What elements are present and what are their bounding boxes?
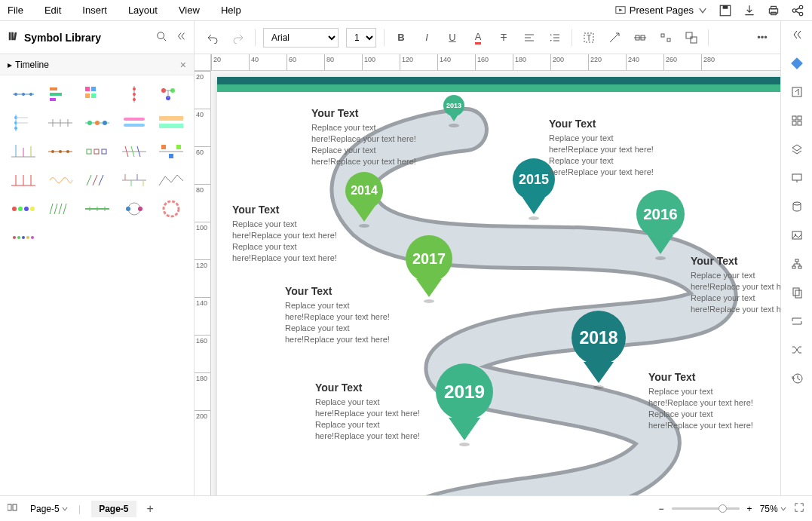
timeline-shape[interactable] [6, 110, 40, 136]
history-icon[interactable] [789, 371, 804, 386]
timeline-shape[interactable] [117, 167, 151, 193]
map-pin-2019[interactable]: 2019 [436, 363, 493, 446]
italic-icon[interactable]: I [418, 29, 436, 47]
timeline-shape[interactable] [154, 81, 188, 107]
text-block[interactable]: Your TextReplace your text here!Replace … [232, 204, 345, 263]
timeline-shape[interactable] [154, 167, 188, 193]
grid-icon[interactable] [789, 113, 804, 128]
close-section-icon[interactable]: × [180, 59, 186, 71]
svg-rect-61 [87, 149, 91, 154]
text-block[interactable]: Your TextReplace your text here!Replace … [549, 118, 662, 177]
timeline-section-header[interactable]: ▸ Timeline × [0, 54, 194, 75]
strikethrough-icon[interactable]: T [495, 29, 513, 47]
zoom-level[interactable]: 75% [760, 504, 786, 514]
fullscreen-icon[interactable] [794, 502, 804, 515]
map-pin-2017[interactable]: 2017 [406, 235, 452, 303]
hierarchy-icon[interactable] [789, 256, 804, 271]
line-spacing-icon[interactable] [546, 29, 564, 47]
font-color-icon[interactable]: A [469, 29, 487, 47]
underline-icon[interactable]: U [443, 29, 461, 47]
add-page-icon[interactable]: + [147, 502, 154, 516]
font-selector[interactable]: Arial [263, 28, 339, 48]
layers-icon[interactable] [789, 142, 804, 157]
menu-file[interactable]: File [8, 5, 23, 16]
bold-icon[interactable]: B [392, 29, 410, 47]
collapse-sidebar-icon[interactable] [176, 31, 186, 44]
timeline-shape[interactable] [154, 139, 188, 164]
group-icon[interactable] [682, 29, 700, 47]
timeline-shape[interactable] [6, 167, 40, 193]
timeline-shape[interactable] [80, 139, 114, 164]
present-pages-button[interactable]: Present Pages [615, 5, 708, 16]
svg-point-87 [30, 207, 35, 211]
zoom-controls: − + 75% [659, 502, 804, 515]
timeline-shape[interactable] [6, 81, 40, 107]
menu-view[interactable]: View [179, 5, 200, 16]
map-pin-2016[interactable]: 2016 [636, 190, 685, 260]
timeline-shape[interactable] [80, 81, 114, 107]
timeline-shape[interactable] [43, 139, 77, 164]
canvas-wrap: 20406080100120140160180200220240260280 2… [195, 54, 780, 495]
more-icon[interactable]: ••• [753, 29, 771, 47]
text-block[interactable]: Your TextReplace your text here!Replace … [691, 255, 780, 314]
presentation-icon[interactable] [789, 170, 804, 185]
page-tab[interactable]: Page-5 [91, 501, 136, 517]
shuffle-icon[interactable] [789, 342, 804, 357]
canvas-page[interactable]: 2013201420152016201720182019 Your TextRe… [217, 77, 780, 495]
timeline-shape[interactable] [43, 167, 77, 193]
timeline-shape[interactable] [43, 110, 77, 136]
zoom-slider[interactable] [672, 507, 740, 510]
text-box-icon[interactable]: T [580, 29, 598, 47]
distribute-icon[interactable] [657, 29, 675, 47]
map-pin-2013[interactable]: 2013 [443, 95, 464, 127]
timeline-shape[interactable] [6, 196, 40, 222]
zoom-out-icon[interactable]: − [659, 504, 664, 514]
font-size-selector[interactable]: 10 [346, 28, 376, 48]
menu-insert[interactable]: Insert [82, 5, 107, 16]
ruler-settings-icon[interactable] [789, 314, 804, 329]
timeline-shape[interactable] [80, 110, 114, 136]
canvas-scroll[interactable]: 2013201420152016201720182019 Your TextRe… [211, 71, 780, 495]
download-icon[interactable] [743, 4, 756, 17]
redo-icon[interactable] [229, 29, 247, 47]
align-icon[interactable] [520, 29, 538, 47]
text-block-title: Your Text [232, 204, 345, 216]
map-pin-2018[interactable]: 2018 [571, 311, 626, 389]
page-list-icon[interactable] [8, 503, 20, 514]
timeline-shape[interactable] [6, 139, 40, 164]
data-icon[interactable] [789, 199, 804, 214]
menu-help[interactable]: Help [221, 5, 241, 16]
zoom-in-icon[interactable]: + [747, 504, 752, 514]
page-dropdown[interactable]: Page-5 [30, 504, 68, 514]
text-block[interactable]: Your TextReplace your text here!Replace … [315, 382, 428, 441]
save-icon[interactable] [719, 4, 732, 17]
text-block[interactable]: Your TextReplace your text here!Replace … [311, 107, 424, 167]
image-icon[interactable] [789, 228, 804, 243]
print-icon[interactable] [767, 4, 780, 17]
align-objects-icon[interactable] [631, 29, 649, 47]
clipboard-icon[interactable] [789, 285, 804, 300]
timeline-shape[interactable] [43, 196, 77, 222]
timeline-shape[interactable] [117, 196, 151, 222]
menu-edit[interactable]: Edit [44, 5, 61, 16]
text-block[interactable]: Your TextReplace your text here!Replace … [285, 285, 398, 345]
timeline-shape[interactable] [154, 110, 188, 136]
export-icon[interactable] [789, 84, 804, 100]
text-block[interactable]: Your TextReplace your text here!Replace … [648, 371, 761, 431]
timeline-shape[interactable] [80, 196, 114, 222]
connector-icon[interactable] [605, 29, 624, 47]
timeline-shape[interactable] [117, 110, 151, 136]
share-icon[interactable] [791, 4, 804, 17]
timeline-shape[interactable] [154, 196, 188, 222]
search-icon[interactable] [156, 31, 167, 44]
map-pin-2014[interactable]: 2014 [345, 172, 383, 228]
timeline-shape[interactable] [43, 81, 77, 107]
timeline-shape[interactable] [117, 139, 151, 164]
timeline-shape[interactable] [6, 225, 40, 250]
timeline-shape[interactable] [117, 81, 151, 107]
menu-layout[interactable]: Layout [128, 5, 158, 16]
theme-icon[interactable] [789, 56, 804, 71]
timeline-shape[interactable] [80, 167, 114, 193]
undo-icon[interactable] [204, 29, 222, 47]
expand-right-panel-icon[interactable] [789, 27, 804, 42]
